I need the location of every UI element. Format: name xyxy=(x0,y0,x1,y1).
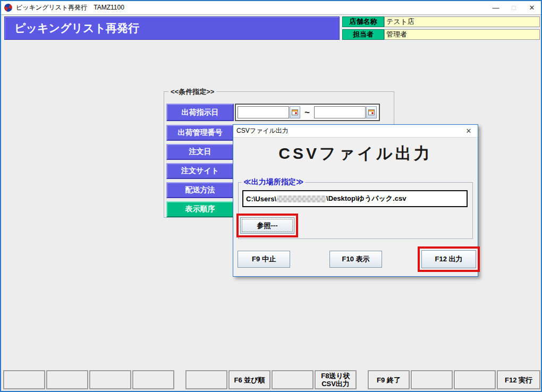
f12-output-button[interactable]: F12 出力 xyxy=(421,250,476,268)
window-title: ピッキングリスト再発行 TAMZ1100 xyxy=(16,3,124,12)
dialog-heading: CSVファイル出力 xyxy=(233,143,478,165)
fkey-f11 xyxy=(454,370,496,389)
fkey-f10 xyxy=(411,370,453,389)
fkey-f6-sort-button[interactable]: F6 並び順 xyxy=(228,370,270,389)
browse-button[interactable]: 参照--- xyxy=(240,217,294,234)
page-title: ピッキングリスト再発行 xyxy=(4,16,340,40)
display-order-label: 表示順序 xyxy=(166,201,234,217)
app-window: ピッキングリスト再発行 TAMZ1100 — □ ✕ ピッキングリスト再発行 店… xyxy=(0,0,542,392)
calendar-icon xyxy=(292,109,298,115)
store-name-value: テスト店 xyxy=(384,16,540,27)
order-date-label: 注文日 xyxy=(166,144,234,160)
fkey-f12-execute-button[interactable]: F12 実行 xyxy=(497,370,540,389)
window-controls: — □ ✕ xyxy=(487,1,541,14)
dialog-titlebar: CSVファイル出力 ✕ xyxy=(233,125,478,138)
function-key-bar: F6 並び順 F8送り状 CSV出力 F9 終了 F12 実行 xyxy=(3,370,541,389)
calendar-to-button[interactable] xyxy=(366,106,377,118)
store-name-label: 店舗名称 xyxy=(342,16,384,27)
f10-show-button[interactable]: F10 表示 xyxy=(329,251,382,268)
maximize-icon: □ xyxy=(505,1,523,14)
f9-cancel-button[interactable]: F9 中止 xyxy=(238,251,290,268)
window-titlebar: ピッキングリスト再発行 TAMZ1100 — □ ✕ xyxy=(1,1,541,15)
ship-date-to-input[interactable] xyxy=(314,106,366,118)
ship-number-label: 出荷管理番号 xyxy=(166,125,234,141)
fkey-f1 xyxy=(3,370,45,389)
fkey-f5 xyxy=(185,370,227,389)
ship-date-label: 出荷指示日 xyxy=(166,104,234,121)
censored-username xyxy=(277,195,326,202)
manager-value: 管理者 xyxy=(384,29,540,40)
ship-date-range: ~ xyxy=(235,104,380,121)
fkey-f7 xyxy=(272,370,314,389)
ship-date-from-input[interactable] xyxy=(238,106,289,118)
delivery-method-label: 配送方法 xyxy=(166,182,234,198)
output-path-field[interactable]: C:\Users\ \Desktop\ゆうパック.csv xyxy=(242,190,468,207)
dialog-close-icon[interactable]: ✕ xyxy=(463,127,475,135)
minimize-icon[interactable]: — xyxy=(487,1,505,14)
path-prefix: C:\Users\ xyxy=(246,195,276,203)
fkey-f4 xyxy=(132,370,174,389)
close-icon[interactable]: ✕ xyxy=(523,1,541,14)
highlight-box-browse: 参照--- xyxy=(236,214,298,237)
csv-output-dialog: CSVファイル出力 ✕ CSVファイル出力 ≪出力場所指定≫ C:\Users\… xyxy=(233,124,478,277)
fkey-f3 xyxy=(89,370,131,389)
fkey-f9-exit-button[interactable]: F9 終了 xyxy=(368,370,410,389)
dialog-title: CSVファイル出力 xyxy=(236,126,289,135)
fkey-f8-invoice-csv-button[interactable]: F8送り状 CSV出力 xyxy=(315,370,357,389)
output-location-legend: ≪出力場所指定≫ xyxy=(242,177,305,187)
condition-legend: <<条件指定>> xyxy=(168,87,216,97)
fkey-f2 xyxy=(46,370,88,389)
range-separator: ~ xyxy=(300,107,314,118)
highlight-box-output: F12 出力 xyxy=(418,246,480,272)
calendar-icon xyxy=(368,109,375,115)
calendar-from-button[interactable] xyxy=(290,106,300,118)
path-suffix: \Desktop\ゆうパック.csv xyxy=(326,194,406,203)
order-site-label: 注文サイト xyxy=(166,163,234,179)
app-icon xyxy=(3,2,13,13)
manager-label: 担当者 xyxy=(342,29,384,40)
